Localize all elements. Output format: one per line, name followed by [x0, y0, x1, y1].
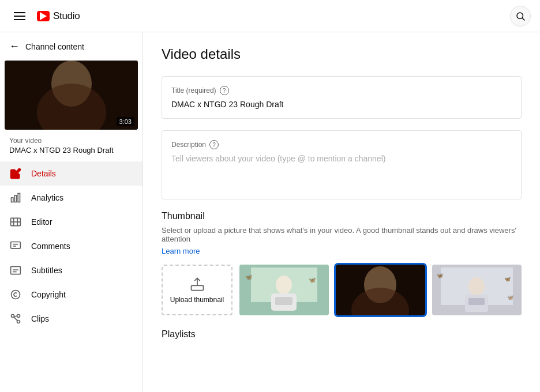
sidebar-item-comments[interactable]: Comments [0, 234, 142, 258]
logo: Studio [37, 10, 80, 22]
video-thumbnail-wrap: 3:03 [5, 61, 138, 130]
thumbnail-option-2[interactable] [336, 265, 425, 315]
upload-thumbnail-label: Upload thumbnail [170, 296, 224, 304]
svg-rect-8 [18, 194, 20, 202]
back-label: Channel content [25, 42, 84, 51]
sidebar-item-clips-label: Clips [31, 314, 49, 323]
svg-rect-25 [191, 285, 203, 290]
svg-point-40 [468, 277, 485, 296]
svg-point-0 [517, 13, 523, 19]
studio-label: Studio [53, 10, 80, 22]
thumbnail-row: Upload thumbnail [162, 265, 522, 315]
svg-text:🦋: 🦋 [507, 294, 514, 301]
description-placeholder[interactable]: Tell viewers about your video (type @ to… [171, 154, 512, 163]
sidebar-item-analytics[interactable]: Analytics [0, 186, 142, 210]
sidebar-item-clips[interactable]: Clips [0, 307, 142, 331]
thumbnail-1-image: 🦋 🦋 [239, 265, 329, 315]
subtitles-icon [9, 264, 22, 277]
description-help-icon[interactable]: ? [209, 140, 219, 149]
thumbnail-option-1[interactable]: 🦋 🦋 [239, 265, 329, 315]
sidebar-item-analytics-label: Analytics [31, 193, 63, 202]
sidebar-item-editor-label: Editor [31, 217, 52, 227]
sidebar-item-copyright[interactable]: Copyright [0, 282, 142, 307]
editor-icon [9, 216, 22, 228]
title-value[interactable]: DMAC x NTGD 23 Rough Draft [171, 100, 512, 109]
upload-thumbnail-button[interactable]: Upload thumbnail [162, 265, 232, 315]
svg-point-20 [12, 315, 14, 318]
sidebar-item-copyright-label: Copyright [31, 290, 66, 299]
video-label: Your video [9, 137, 133, 145]
sidebar: ← Channel content 3:03 Your video DMAC x… [0, 32, 143, 392]
svg-line-1 [522, 18, 524, 20]
main-inner: Video details Title (required) ? DMAC x … [143, 32, 540, 353]
back-nav[interactable]: ← Channel content [0, 32, 142, 61]
title-label: Title (required) ? [171, 86, 512, 95]
sidebar-item-comments-label: Comments [31, 242, 70, 251]
description-field-section[interactable]: Description ? Tell viewers about your vi… [162, 130, 522, 199]
clips-icon [9, 312, 22, 325]
youtube-icon [37, 11, 50, 21]
sidebar-item-details[interactable]: Details [0, 161, 142, 186]
svg-rect-7 [14, 195, 16, 202]
title-field-section[interactable]: Title (required) ? DMAC x NTGD 23 Rough … [162, 76, 522, 119]
svg-line-22 [14, 317, 17, 321]
thumbnail-section: Thumbnail Select or upload a picture tha… [162, 211, 522, 315]
svg-point-29 [276, 276, 292, 294]
sidebar-item-editor[interactable]: Editor [0, 210, 142, 234]
thumbnail-option-3[interactable]: 🦋 🦋 🦋 [432, 265, 522, 315]
pencil-icon [9, 167, 22, 180]
svg-text:🦋: 🦋 [245, 273, 253, 281]
svg-rect-37 [336, 265, 425, 315]
thumbnail-3-image: 🦋 🦋 🦋 [432, 265, 522, 315]
page-title: Video details [162, 46, 522, 62]
video-info: Your video DMAC x NTGD 23 Rough Draft [0, 137, 142, 161]
header-left: Studio [9, 7, 80, 25]
svg-text:🦋: 🦋 [504, 276, 511, 282]
thumbnail-title: Thumbnail [162, 211, 522, 221]
upload-icon [189, 276, 205, 292]
learn-more-link[interactable]: Learn more [162, 247, 522, 255]
header: Studio [0, 0, 540, 32]
back-arrow-icon: ← [9, 40, 20, 52]
description-label: Description ? [171, 140, 512, 149]
title-help-icon[interactable]: ? [220, 86, 229, 95]
svg-point-23 [17, 315, 20, 318]
video-title: DMAC x NTGD 23 Rough Draft [9, 146, 133, 154]
svg-text:🦋: 🦋 [437, 272, 444, 279]
main-content: Video details Title (required) ? DMAC x … [143, 32, 540, 392]
svg-point-19 [12, 291, 20, 299]
analytics-icon [9, 191, 22, 204]
svg-point-21 [17, 321, 20, 323]
hamburger-menu[interactable] [9, 7, 30, 25]
playlists-title: Playlists [162, 329, 522, 340]
svg-rect-6 [12, 198, 13, 202]
comments-icon [9, 240, 22, 252]
copyright-icon [9, 288, 22, 301]
layout: ← Channel content 3:03 Your video DMAC x… [0, 32, 540, 392]
search-button[interactable] [510, 6, 531, 27]
youtube-play-icon [40, 12, 47, 20]
duration-badge: 3:03 [117, 117, 134, 126]
sidebar-item-subtitles-label: Subtitles [31, 266, 62, 275]
svg-rect-42 [468, 298, 485, 305]
search-icon [515, 11, 526, 21]
svg-text:🦋: 🦋 [309, 276, 316, 284]
sidebar-item-subtitles[interactable]: Subtitles [0, 258, 142, 282]
sidebar-item-details-label: Details [31, 169, 56, 178]
thumbnail-description: Select or upload a picture that shows wh… [162, 226, 522, 243]
svg-rect-31 [275, 297, 292, 305]
thumbnail-2-image [336, 265, 425, 315]
svg-rect-13 [11, 242, 21, 249]
